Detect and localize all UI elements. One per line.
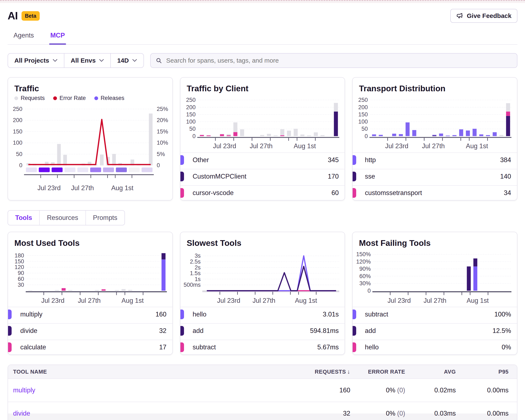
legend-row[interactable]: hello 0%: [353, 340, 517, 355]
traffic-by-client-card: Traffic by Client 050100150200250Jul 23r…: [180, 77, 345, 201]
svg-text:0: 0: [365, 133, 368, 139]
legend-row[interactable]: calculate 17: [8, 340, 172, 355]
legend-row[interactable]: multiply 160: [8, 307, 172, 321]
legend-value: 160: [156, 310, 167, 318]
svg-text:30: 30: [18, 282, 24, 288]
tool-name-link[interactable]: divide: [13, 410, 224, 417]
svg-text:60%: 60%: [359, 273, 371, 279]
slowest-tools-title: Slowest Tools: [187, 238, 338, 248]
project-filter-dropdown[interactable]: All Projects: [8, 54, 64, 67]
most-used-tools-title: Most Used Tools: [14, 238, 166, 248]
svg-text:2s: 2s: [195, 264, 200, 271]
most-failing-tools-title: Most Failing Tools: [359, 238, 511, 248]
filter-bar: All Projects All Envs 14D: [8, 53, 517, 68]
legend-label: calculate: [20, 343, 46, 351]
svg-text:100: 100: [186, 119, 196, 125]
date-range-dropdown[interactable]: 14D: [110, 54, 143, 67]
legend-label: Other: [193, 156, 209, 164]
legend-row[interactable]: subtract 5.67ms: [180, 340, 345, 355]
legend-value: 17: [159, 343, 166, 351]
page-title: AI: [8, 10, 18, 22]
svg-text:50: 50: [189, 126, 196, 132]
give-feedback-button[interactable]: Give Feedback: [450, 9, 517, 23]
svg-text:Aug 1st: Aug 1st: [295, 297, 317, 304]
tools-table-header: TOOL NAME REQUESTS↓ ERROR RATE AVG P95: [8, 365, 517, 378]
col-requests[interactable]: REQUESTS↓: [224, 368, 350, 375]
svg-text:Jul 23rd: Jul 23rd: [37, 184, 61, 192]
project-filter-label: All Projects: [14, 57, 49, 64]
p95-cell: 0.00ms: [456, 410, 508, 417]
sort-desc-icon: ↓: [347, 368, 350, 375]
tab-tools[interactable]: Tools: [8, 211, 39, 225]
svg-text:250: 250: [13, 106, 22, 112]
legend-label: sse: [365, 173, 375, 180]
svg-text:Jul 23rd: Jul 23rd: [388, 297, 411, 304]
legend-item: Error Rate: [53, 95, 86, 101]
legend-label: multiply: [20, 310, 42, 318]
col-p95: P95: [456, 369, 508, 375]
svg-text:0: 0: [192, 133, 196, 139]
env-filter-dropdown[interactable]: All Envs: [64, 54, 110, 67]
chevron-down-icon: [132, 59, 137, 62]
svg-text:15%: 15%: [157, 128, 168, 135]
tool-name-link[interactable]: multiply: [13, 386, 224, 394]
legend-row[interactable]: sse 140: [353, 169, 517, 184]
legend-label: CustomMCPClient: [193, 173, 246, 180]
svg-text:150: 150: [358, 111, 368, 118]
traffic-by-client-legend-list: Other 345 CustomMCPClient 170 cursor-vsc…: [180, 152, 345, 200]
megaphone-icon: [456, 12, 463, 19]
legend-label: add: [193, 327, 204, 335]
legend-row[interactable]: Other 345: [180, 152, 345, 167]
legend-label: customssetransport: [365, 189, 422, 197]
tool-charts-row: Most Used Tools 306090120150180Jul 23rdJ…: [8, 232, 517, 355]
page-header: AI Beta Give Feedback: [8, 9, 517, 23]
search-bar[interactable]: [150, 53, 517, 68]
legend-row[interactable]: CustomMCPClient 170: [180, 169, 345, 184]
traffic-title: Traffic: [14, 84, 166, 93]
slowest-tools-card: Slowest Tools 500ms1s1.5s2s2.5s3sJul 23r…: [180, 232, 345, 355]
svg-text:500ms: 500ms: [184, 282, 201, 288]
svg-text:50: 50: [361, 126, 368, 132]
tab-agents[interactable]: Agents: [12, 29, 35, 44]
legend-row[interactable]: http 384: [353, 152, 517, 167]
col-error-rate: ERROR RATE: [350, 369, 405, 375]
svg-text:10%: 10%: [157, 140, 168, 146]
legend-swatch: [8, 326, 12, 336]
col-tool-name: TOOL NAME: [13, 369, 224, 375]
avg-cell: 0.02ms: [405, 386, 456, 394]
most-used-tools-card: Most Used Tools 306090120150180Jul 23rdJ…: [8, 232, 173, 355]
legend-swatch: [353, 326, 356, 336]
legend-swatch: [353, 188, 356, 198]
section-tabs: Tools Resources Prompts: [8, 210, 125, 225]
svg-text:30%: 30%: [359, 280, 371, 287]
slowest-tools-legend-list: hello 3.01s add 594.81ms subtract 5.67ms: [180, 307, 345, 355]
table-row: multiply 160 0% (0) 0.02ms 0.00ms: [8, 378, 517, 402]
svg-text:Aug 1st: Aug 1st: [467, 297, 489, 304]
legend-value: 34: [504, 189, 511, 197]
legend-row[interactable]: add 594.81ms: [180, 323, 345, 338]
legend-value: 32: [159, 327, 166, 335]
legend-value: 0%: [502, 343, 511, 351]
legend-value: 12.5%: [493, 327, 511, 335]
legend-row[interactable]: hello 3.01s: [180, 307, 345, 321]
legend-row[interactable]: divide 32: [8, 323, 172, 338]
legend-value: 60: [331, 189, 339, 197]
legend-swatch: [180, 172, 184, 181]
legend-label: hello: [365, 343, 379, 351]
legend-row[interactable]: customssetransport 34: [353, 185, 517, 200]
tab-resources[interactable]: Resources: [39, 211, 85, 225]
tab-mcp[interactable]: MCP: [49, 29, 66, 44]
legend-row[interactable]: cursor-vscode 60: [180, 185, 345, 200]
most-used-tools-legend-list: multiply 160 divide 32 calculate 17: [8, 307, 172, 355]
svg-text:Jul 27th: Jul 27th: [424, 297, 447, 304]
svg-text:250: 250: [358, 97, 368, 103]
legend-swatch: [180, 326, 184, 336]
legend-label: add: [365, 327, 376, 335]
search-input[interactable]: [166, 57, 512, 64]
svg-text:100: 100: [13, 140, 22, 146]
legend-row[interactable]: add 12.5%: [353, 323, 517, 338]
tab-prompts[interactable]: Prompts: [85, 211, 124, 225]
legend-dot: [14, 96, 18, 100]
svg-text:90%: 90%: [359, 266, 371, 272]
legend-row[interactable]: subtract 100%: [353, 307, 517, 321]
